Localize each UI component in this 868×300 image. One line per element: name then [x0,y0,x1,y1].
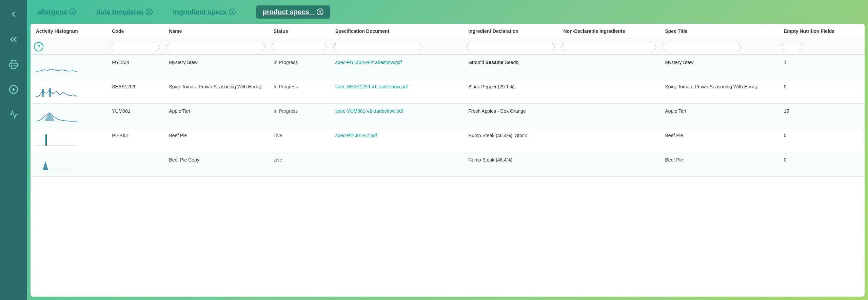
specdoc-cell-3: spec-YUM001-v2-tradeshow.pdf [330,104,463,128]
back-icon[interactable] [6,7,21,22]
name-cell-4: Beef Pie [163,128,268,152]
tab-product-specs[interactable]: product specs _ ▼ [256,5,330,19]
allergens-chevron-icon: ▼ [69,8,76,15]
chart-icon[interactable] [6,107,21,122]
svg-marker-6 [44,112,55,121]
table-container: Activity Histogram Code Name Status Spec… [31,24,865,297]
nondeclarable-cell-3 [558,104,660,128]
histogram-sparkline-3 [36,108,77,122]
filter-ingredient-cell [463,39,558,55]
svg-marker-9 [43,161,48,170]
filter-code-cell [106,39,163,55]
code-cell-1: FG1234 [106,55,163,79]
ingredient-specs-chevron-icon: ▼ [229,8,236,15]
code-cell-5 [106,152,163,177]
col-header-ingredient-decl: Ingredient Declaration [463,24,558,39]
status-cell-2: In Progress [268,79,330,104]
col-header-empty-nutrition: Empty Nutrition Fields [778,24,865,39]
filter-specdoc-input[interactable] [333,43,421,51]
data-table: Activity Histogram Code Name Status Spec… [31,24,865,177]
sidebar [0,0,27,300]
ingredient-cell-2: Black Pepper (29.1%), [463,79,558,104]
print-icon[interactable] [6,57,21,72]
tab-ingredient-specs[interactable]: ingredient specs ▼ [173,8,236,16]
ingredient-cell-3: Fresh Apples - Cox Orange [463,104,558,128]
specdoc-link-4[interactable]: spec-PIE001-v2.pdf [335,133,377,138]
ingredient-cell-4: Rump Steak (46.4%), Stock [463,128,558,152]
histogram-sparkline-1 [36,60,77,73]
status-cell-5: Live [268,152,330,177]
double-back-icon[interactable] [6,32,21,47]
filter-status-input[interactable] [272,43,327,51]
table-row: YUM001 Apple Tart In Progress spec-YUM00… [31,104,865,128]
name-cell-2: Spicy Tomato Prawn Seasoning With Honey [163,79,268,104]
empty-nutrition-cell-2: 0 [778,79,865,104]
filter-row: ? [31,39,865,55]
col-header-spec-doc: Specification Document [330,24,463,39]
filter-spectitle-input[interactable] [663,43,741,51]
status-cell-4: Live [268,128,330,152]
histogram-cell-3 [31,104,106,128]
col-header-status: Status [268,24,330,39]
filter-name-cell [163,39,268,55]
histogram-sparkline-4 [36,133,77,146]
spectitle-cell-2: Spicy Tomato Prawn Seasoning With Honey [659,79,778,104]
specdoc-link-1[interactable]: spec-FG1234-v6-tradeshow.pdf [335,60,402,65]
tab-allergens[interactable]: allergens ▼ [37,8,76,16]
ingredient-link-5[interactable]: Rump Steak (46.4%) [468,157,512,163]
filter-nondeclarable-cell [558,39,660,55]
spectitle-cell-3: Apple Tart [659,104,778,128]
table-header-row: Activity Histogram Code Name Status Spec… [31,24,865,39]
top-nav: allergens ▼ data templates ▼ ingredient … [27,0,868,24]
name-cell-3: Apple Tart [163,104,268,128]
spectitle-cell-1: Mystery Stew [659,55,778,79]
tab-data-templates[interactable]: data templates ▼ [96,8,153,16]
histogram-cell-4 [31,128,106,152]
filter-empty-nutrition-input[interactable] [782,43,802,51]
filter-status-cell [268,39,330,55]
table-body: FG1234 Mystery Stew In Progress spec-FG1… [31,55,865,177]
svg-rect-0 [11,65,16,68]
code-cell-2: SEAS1259 [106,79,163,104]
specdoc-link-2[interactable]: spec-SEAS1259-v1-tradeshow.pdf [335,84,408,89]
filter-empty-nutrition-cell [778,39,865,55]
spectitle-cell-4: Beef Pie [659,128,778,152]
col-header-histogram: Activity Histogram [31,24,106,39]
data-templates-chevron-icon: ▼ [146,8,153,15]
add-icon[interactable] [6,82,21,97]
histogram-sparkline-5 [36,157,77,171]
empty-nutrition-cell-3: 15 [778,104,865,128]
status-cell-1: In Progress [268,55,330,79]
ingredient-cell-1: Ground Sesame Seeds, [463,55,558,79]
table-row: SEAS1259 Spicy Tomato Prawn Seasoning Wi… [31,79,865,104]
table-row: FG1234 Mystery Stew In Progress spec-FG1… [31,55,865,79]
specdoc-cell-4: spec-PIE001-v2.pdf [330,128,463,152]
filter-code-input[interactable] [110,43,160,51]
nondeclarable-cell-4 [558,128,660,152]
table-row: Beef Pie Copy Live Rump Steak (46.4%) Be… [31,152,865,177]
status-cell-3: In Progress [268,104,330,128]
filter-name-input[interactable] [167,43,264,51]
histogram-sparkline-2 [36,84,77,98]
nondeclarable-cell-1 [558,55,660,79]
col-header-non-declarable: Non-Declarable Ingredients [558,24,660,39]
specdoc-cell-1: spec-FG1234-v6-tradeshow.pdf [330,55,463,79]
filter-nondeclarable-input[interactable] [561,43,656,51]
specdoc-cell-5 [330,152,463,177]
main-content: allergens ▼ data templates ▼ ingredient … [27,0,868,300]
code-cell-4: PIE-001 [106,128,163,152]
svg-rect-5 [49,88,51,97]
histogram-cell-1 [31,55,106,79]
histogram-cell-5 [31,152,106,177]
table-row: PIE-001 Beef Pie Live spec-PIE001-v2.pdf… [31,128,865,152]
nondeclarable-cell-5 [558,152,660,177]
specdoc-cell-2: spec-SEAS1259-v1-tradeshow.pdf [330,79,463,104]
ingredient-cell-5: Rump Steak (46.4%) [463,152,558,177]
filter-spectitle-cell [659,39,778,55]
filter-help-icon[interactable]: ? [34,42,43,51]
empty-nutrition-cell-5: 0 [778,152,865,177]
filter-ingredient-input[interactable] [466,43,554,51]
svg-rect-4 [42,89,44,97]
specdoc-link-3[interactable]: spec-YUM001-v2-tradeshow.pdf [335,108,403,114]
name-cell-1: Mystery Stew [163,55,268,79]
